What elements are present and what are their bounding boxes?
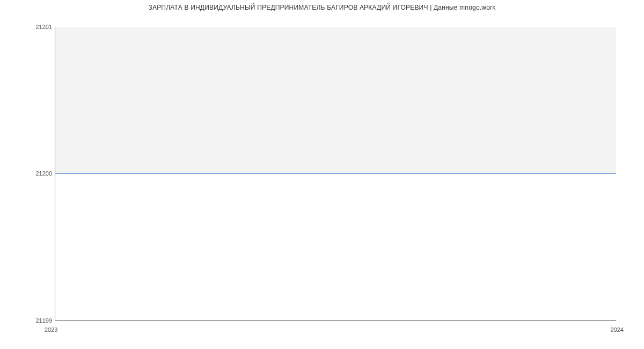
chart-title: ЗАРПЛАТА В ИНДИВИДУАЛЬНЫЙ ПРЕДПРИНИМАТЕЛ… <box>0 4 644 11</box>
x-axis-tick-label: 2024 <box>611 326 624 333</box>
chart-container: ЗАРПЛАТА В ИНДИВИДУАЛЬНЫЙ ПРЕДПРИНИМАТЕЛ… <box>0 0 644 349</box>
x-axis-tick-label: 2023 <box>45 326 57 333</box>
plot-area <box>55 27 616 321</box>
y-axis-tick-label: 21200 <box>35 170 52 177</box>
area-fill <box>55 27 616 173</box>
y-axis-tick-label: 21201 <box>35 24 52 30</box>
y-axis-tick-label: 21199 <box>35 317 52 324</box>
data-line <box>55 173 616 174</box>
